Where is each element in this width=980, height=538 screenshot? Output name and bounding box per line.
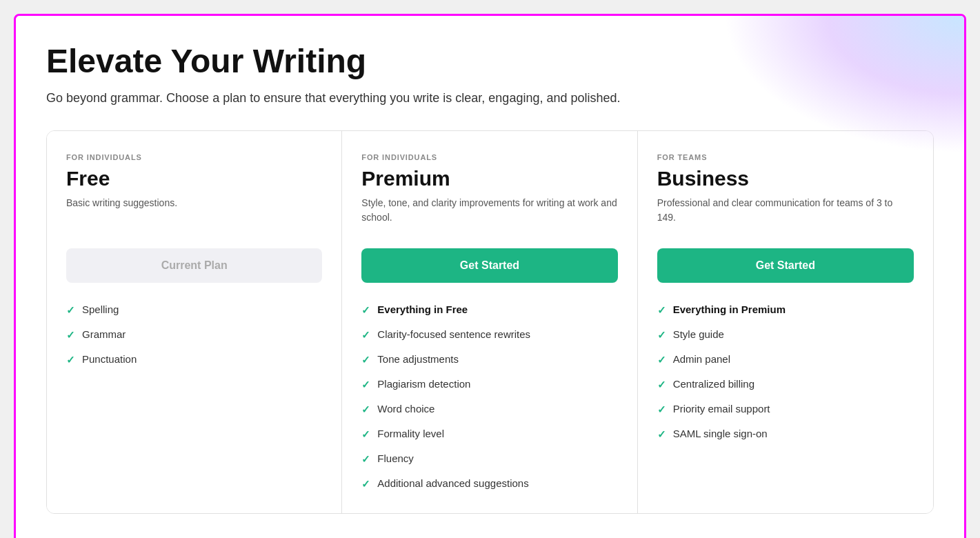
list-item: ✓Fluency <box>361 451 617 466</box>
feature-text: Spelling <box>82 302 119 317</box>
check-icon: ✓ <box>657 352 666 367</box>
plans-grid: FOR INDIVIDUALSFreeBasic writing suggest… <box>46 130 934 514</box>
list-item: ✓Everything in Premium <box>657 302 914 317</box>
feature-text: Fluency <box>377 451 414 466</box>
check-icon: ✓ <box>657 328 666 342</box>
plan-audience-free: FOR INDIVIDUALS <box>66 153 322 161</box>
list-item: ✓Grammar <box>66 327 322 342</box>
feature-text: Everything in Premium <box>673 302 786 317</box>
list-item: ✓Everything in Free <box>361 302 617 317</box>
feature-list-premium: ✓Everything in Free✓Clarity-focused sent… <box>361 302 617 491</box>
check-icon: ✓ <box>657 402 666 417</box>
plan-description-business: Professional and clear communication for… <box>657 196 914 229</box>
plan-card-premium: FOR INDIVIDUALSPremiumStyle, tone, and c… <box>342 131 637 513</box>
feature-list-business: ✓Everything in Premium✓Style guide✓Admin… <box>657 302 914 441</box>
list-item: ✓Word choice <box>361 401 617 417</box>
list-item: ✓Plagiarism detection <box>361 377 617 392</box>
list-item: ✓SAML single sign-on <box>657 426 914 441</box>
feature-text: Style guide <box>673 327 724 341</box>
list-item: ✓Tone adjustments <box>361 352 617 367</box>
feature-text: Clarity-focused sentence rewrites <box>377 327 530 341</box>
list-item: ✓Style guide <box>657 327 914 342</box>
check-icon: ✓ <box>66 328 75 342</box>
list-item: ✓Centralized billing <box>657 377 914 392</box>
plan-audience-premium: FOR INDIVIDUALS <box>361 153 617 161</box>
list-item: ✓Clarity-focused sentence rewrites <box>361 327 617 342</box>
check-icon: ✓ <box>66 352 75 367</box>
feature-text: Admin panel <box>673 352 730 366</box>
feature-text: Priority email support <box>673 401 770 416</box>
check-icon: ✓ <box>66 303 75 317</box>
check-icon: ✓ <box>657 427 666 441</box>
feature-text: Additional advanced suggestions <box>377 476 528 490</box>
list-item: ✓Formality level <box>361 426 617 441</box>
plan-audience-business: FOR TEAMS <box>657 153 914 161</box>
plan-description-premium: Style, tone, and clarity improvements fo… <box>361 196 617 229</box>
feature-text: Grammar <box>82 327 126 341</box>
check-icon: ✓ <box>657 377 666 392</box>
list-item: ✓Priority email support <box>657 401 914 417</box>
page-title: Elevate Your Writing <box>46 43 934 80</box>
list-item: ✓Admin panel <box>657 352 914 367</box>
feature-text: Centralized billing <box>673 377 754 391</box>
check-icon: ✓ <box>361 402 370 417</box>
check-icon: ✓ <box>361 477 370 491</box>
feature-text: SAML single sign-on <box>673 426 768 441</box>
page-wrapper: Elevate Your Writing Go beyond grammar. … <box>14 14 966 538</box>
plan-name-free: Free <box>66 167 322 190</box>
check-icon: ✓ <box>361 352 370 367</box>
check-icon: ✓ <box>361 328 370 342</box>
check-icon: ✓ <box>657 303 666 317</box>
feature-text: Formality level <box>377 426 444 441</box>
check-icon: ✓ <box>361 303 370 317</box>
plan-card-business: FOR TEAMSBusinessProfessional and clear … <box>638 131 933 513</box>
plan-card-free: FOR INDIVIDUALSFreeBasic writing suggest… <box>47 131 342 513</box>
plan-name-business: Business <box>657 167 914 190</box>
get-started-button-premium[interactable]: Get Started <box>361 248 617 283</box>
list-item: ✓Additional advanced suggestions <box>361 476 617 491</box>
check-icon: ✓ <box>361 452 370 466</box>
feature-text: Plagiarism detection <box>377 377 470 391</box>
feature-list-free: ✓Spelling✓Grammar✓Punctuation <box>66 302 322 367</box>
plan-description-free: Basic writing suggestions. <box>66 196 322 229</box>
list-item: ✓Punctuation <box>66 352 322 367</box>
feature-text: Tone adjustments <box>377 352 459 366</box>
feature-text: Punctuation <box>82 352 137 366</box>
plan-name-premium: Premium <box>361 167 617 190</box>
feature-text: Everything in Free <box>377 302 468 317</box>
check-icon: ✓ <box>361 427 370 441</box>
get-started-button-business[interactable]: Get Started <box>657 248 914 283</box>
check-icon: ✓ <box>361 377 370 392</box>
current-plan-button-free: Current Plan <box>66 248 322 283</box>
feature-text: Word choice <box>377 401 434 416</box>
list-item: ✓Spelling <box>66 302 322 317</box>
page-subtitle: Go beyond grammar. Choose a plan to ensu… <box>46 91 934 106</box>
